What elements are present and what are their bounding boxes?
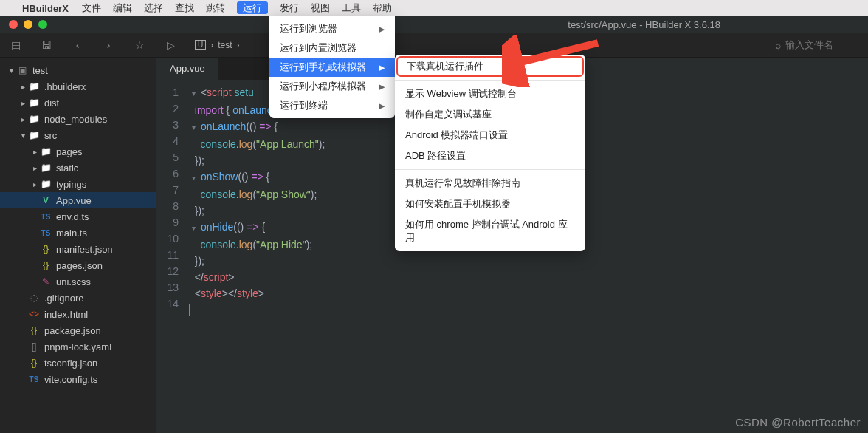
file-icon [28,325,40,335]
file-icon [28,341,40,352]
file-icon [40,179,52,189]
file-icon [28,293,40,303]
menu-item[interactable]: 运行到内置浏览器 [269,38,395,58]
tree-vite.config.ts[interactable]: vite.config.ts [0,371,156,387]
chevron-right-icon: ▶ [379,101,385,111]
tree-manifest.json[interactable]: manifest.json [0,241,156,257]
file-icon [28,114,40,124]
menu-视图[interactable]: 视图 [311,2,330,13]
menu-发行[interactable]: 发行 [280,2,299,13]
file-icon [28,98,40,108]
macos-menubar: HBuilderX 文件编辑选择查找跳转运行发行视图工具帮助 [0,0,868,16]
chevron-right-icon: ▶ [379,63,385,72]
line-gutter: 1234567891011121314 [156,80,183,318]
tab-app-vue[interactable]: App.vue [156,58,218,80]
zoom-icon[interactable] [38,20,47,29]
tree-node_modules[interactable]: ▸node_modules [0,111,156,127]
toolbar: ▤ 🖫 ‹ › ☆ ▷ U › test › ⌕ [0,33,868,58]
menu-item[interactable]: 运行到终端▶ [269,96,395,115]
file-icon [40,163,52,173]
menu-item[interactable]: 运行到小程序模拟器▶ [269,77,395,96]
tree-.gitignore[interactable]: .gitignore [0,290,156,306]
menu-运行[interactable]: 运行 [237,1,268,14]
search-input[interactable] [785,39,859,50]
file-icon [40,195,52,205]
tree-test[interactable]: ▾test [0,62,156,78]
file-icon [28,81,40,92]
submenu-item[interactable]: Android 模拟器端口设置 [395,125,585,146]
chevron-right-icon: ▶ [379,82,385,92]
tree-uni.scss[interactable]: uni.scss [0,273,156,290]
run-device-submenu[interactable]: 下载真机运行插件显示 Webview 调试控制台制作自定义调试基座Android… [395,55,585,251]
close-icon[interactable] [9,20,18,29]
tree-src[interactable]: ▾src [0,127,156,143]
file-explorer[interactable]: ▾test▸.hbuilderx▸dist▸node_modules▾src▸p… [0,58,156,433]
menu-帮助[interactable]: 帮助 [373,2,392,13]
tree-App.vue[interactable]: App.vue [0,192,156,208]
tree-pages[interactable]: ▸pages [0,143,156,160]
file-icon [40,260,52,270]
tree-env.d.ts[interactable]: env.d.ts [0,208,156,225]
window-title: test/src/App.vue - HBuilder X 3.6.18 [568,19,720,30]
file-icon [40,213,52,221]
file-icon [28,130,40,140]
file-search[interactable]: ⌕ [775,39,859,51]
submenu-item[interactable]: 如何安装配置手机模拟器 [395,194,585,214]
submenu-download-plugin[interactable]: 下载真机运行插件 [396,56,584,77]
file-icon [28,358,40,368]
tree-index.html[interactable]: index.html [0,306,156,322]
menu-item[interactable]: 运行到浏览器▶ [269,19,395,38]
file-icon [40,146,52,157]
file-icon [28,375,40,383]
submenu-item[interactable]: 真机运行常见故障排除指南 [395,173,585,194]
tree-.hbuilderx[interactable]: ▸.hbuilderx [0,78,156,95]
window-titlebar: test/src/App.vue - HBuilder X 3.6.18 [0,16,868,33]
app-name[interactable]: HBuilderX [22,3,69,14]
file-icon [40,244,52,254]
star-icon[interactable]: ☆ [133,38,146,52]
file-icon [40,276,52,287]
menu-查找[interactable]: 查找 [175,2,194,13]
minimize-icon[interactable] [24,20,32,29]
tree-typings[interactable]: ▸typings [0,176,156,192]
watermark: CSDN @RobertTeacher [735,416,861,429]
tree-package.json[interactable]: package.json [0,322,156,338]
breadcrumb[interactable]: U › test › [195,40,240,50]
file-icon [40,229,52,237]
menu-工具[interactable]: 工具 [342,2,361,13]
file-icon [16,65,28,75]
tree-tsconfig.json[interactable]: tsconfig.json [0,355,156,371]
forward-icon[interactable]: › [102,38,115,52]
menu-编辑[interactable]: 编辑 [113,2,132,13]
submenu-item[interactable]: ADB 路径设置 [395,146,585,166]
back-icon[interactable]: ‹ [71,38,84,52]
tree-pnpm-lock.yaml[interactable]: pnpm-lock.yaml [0,338,156,355]
run-menu[interactable]: 运行到浏览器▶运行到内置浏览器运行到手机或模拟器▶运行到小程序模拟器▶运行到终端… [269,16,395,118]
save-icon[interactable]: 🖫 [40,38,53,52]
run-icon[interactable]: ▷ [164,38,177,52]
menu-选择[interactable]: 选择 [144,2,163,13]
submenu-item[interactable]: 如何用 chrome 控制台调试 Android 应用 [395,214,585,248]
menu-文件[interactable]: 文件 [82,2,101,13]
file-icon [28,309,40,319]
search-icon: ⌕ [775,39,781,51]
tree-static[interactable]: ▸static [0,160,156,176]
menu-跳转[interactable]: 跳转 [206,2,225,13]
panel-icon[interactable]: ▤ [9,38,22,52]
submenu-item[interactable]: 显示 Webview 调试控制台 [395,83,585,104]
submenu-item[interactable]: 制作自定义调试基座 [395,104,585,125]
tree-main.ts[interactable]: main.ts [0,225,156,241]
tree-pages.json[interactable]: pages.json [0,257,156,273]
menu-item[interactable]: 运行到手机或模拟器▶ [269,58,395,77]
tree-dist[interactable]: ▸dist [0,95,156,111]
chevron-right-icon: ▶ [379,24,385,34]
